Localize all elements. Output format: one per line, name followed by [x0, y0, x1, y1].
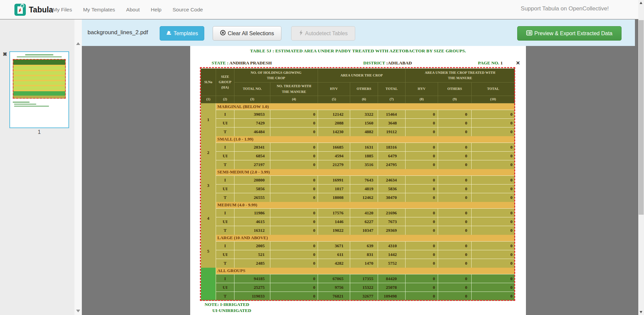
clear-all-selections-label: Clear All Selections — [228, 31, 274, 37]
table-selection-box[interactable] — [200, 67, 515, 301]
thumb-title-line — [25, 54, 53, 55]
pdf-filename: background_lines_2.pdf — [88, 29, 148, 36]
thumbnail-close-icon[interactable]: ✖ — [3, 51, 7, 57]
scroll-up-icon[interactable] — [640, 2, 642, 4]
thumb-note-line — [14, 106, 49, 107]
brand-name: Tabula — [29, 5, 53, 14]
sidebar-scroll-down-icon[interactable] — [76, 310, 80, 312]
templates-button[interactable]: Templates — [160, 26, 204, 41]
district-text: DISTRICT :ADILABAD — [363, 60, 412, 66]
nav-link-about[interactable]: About — [126, 7, 140, 13]
nav-link-my-templates[interactable]: My Templates — [83, 7, 115, 13]
preview-export-label: Preview & Export Extracted Data — [534, 31, 612, 37]
sidebar-scrollbar[interactable] — [74, 19, 82, 315]
thumb-title-line — [17, 56, 62, 57]
nav-link-source-code[interactable]: Source Code — [172, 7, 203, 13]
sidebar-scroll-up-icon[interactable] — [76, 42, 80, 45]
support-link[interactable]: Support Tabula on OpenCollective! — [521, 5, 609, 12]
thumbnail-mini-table — [13, 59, 66, 99]
clear-all-selections-button[interactable]: Clear All Selections — [213, 26, 281, 41]
brand[interactable]: Tabula — [14, 4, 53, 16]
templates-button-label: Templates — [174, 31, 198, 37]
page-no-text: PAGE NO. 1 — [478, 60, 503, 66]
thumb-note-line — [13, 102, 30, 103]
circle-x-icon — [220, 30, 226, 37]
preview-export-button[interactable]: Preview & Export Extracted Data — [517, 26, 622, 41]
page-thumbnail[interactable] — [9, 51, 69, 128]
sidebar: ✖ 1 — [0, 19, 74, 315]
thumb-note-line — [14, 104, 36, 105]
scrollbar-thumb[interactable] — [639, 20, 644, 215]
lightning-icon — [299, 30, 303, 37]
navbar: Tabula My Files My Templates About Help … — [0, 0, 638, 19]
window-scrollbar[interactable] — [638, 0, 644, 315]
nav-link-help[interactable]: Help — [151, 7, 162, 13]
pdf-page[interactable]: TABLE 5J : ESTIMATED AREA UNDER PADDY TR… — [190, 46, 526, 315]
save-file-icon — [166, 30, 172, 37]
thumbnail-page-number: 1 — [9, 129, 69, 135]
main-area: background_lines_2.pdf Templates Clear A… — [82, 19, 638, 315]
pdf-table-title: TABLE 5J : ESTIMATED AREA UNDER PADDY TR… — [190, 48, 526, 54]
state-text: STATE : ANDHRA PRADESH — [212, 60, 272, 66]
autodetect-tables-button[interactable]: Autodetect Tables — [291, 26, 355, 41]
toolbar: background_lines_2.pdf Templates Clear A… — [82, 19, 635, 46]
tabula-logo-icon — [14, 4, 26, 16]
scroll-down-icon[interactable] — [640, 311, 642, 313]
autodetect-tables-label: Autodetect Tables — [305, 31, 348, 37]
pdf-note-line2: UI-UNIRRIGATED — [212, 308, 251, 313]
selection-close-icon[interactable]: ✕ — [516, 60, 520, 66]
nav-links: My Files My Templates About Help Source … — [53, 0, 203, 19]
list-alt-icon — [526, 30, 532, 37]
pdf-note-line1: NOTE: I-IRRIGATED — [205, 302, 249, 307]
nav-link-my-files[interactable]: My Files — [53, 7, 72, 13]
